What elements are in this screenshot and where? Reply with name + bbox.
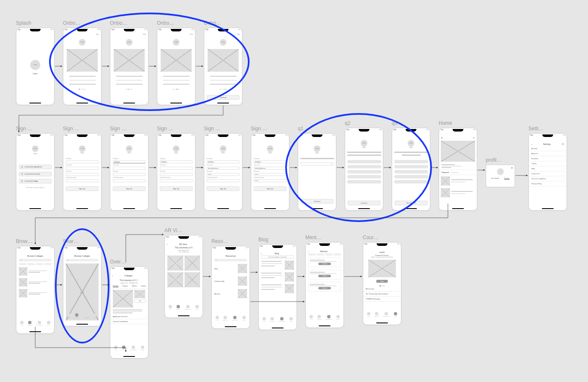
tab-home[interactable]: HOME — [367, 312, 370, 317]
tab-arview[interactable]: AR View — [132, 285, 137, 287]
frame-browse-list[interactable]: Brow… 9:41 Browse Colleges HOME BROWSE R… — [16, 238, 55, 334]
frame-splash[interactable]: Splash 9:41 LOGO Tagline — [16, 20, 55, 105]
option[interactable] — [347, 175, 381, 178]
option[interactable] — [394, 160, 428, 163]
phone[interactable]: 9:41 ≡ ⚲ Featured Favorites — [439, 128, 477, 211]
confirm-input[interactable] — [113, 179, 146, 182]
frame-onboarding-1[interactable]: Onbo… 9:41 Skip LOGO — [63, 20, 101, 105]
login-google-button[interactable]: LOG IN WITH GOOGLE — [19, 172, 52, 176]
tab-learn[interactable]: LEARN — [394, 312, 397, 317]
tab-favorites[interactable]: Favorites — [451, 171, 458, 173]
phone-splash[interactable]: 9:41 LOGO Tagline — [16, 28, 55, 105]
settings-row-privacy[interactable]: Privacy Policy — [529, 181, 567, 186]
option[interactable] — [394, 165, 428, 168]
settings-row-help[interactable]: Help — [529, 166, 567, 171]
connect-button[interactable]: Connect — [318, 263, 331, 265]
back-icon[interactable]: ‹ — [112, 274, 113, 277]
frame-q2[interactable]: q2 9:41 LOGO Tagline Continue — [345, 120, 383, 211]
tab-programs[interactable]: Programs — [122, 285, 128, 287]
option[interactable] — [347, 160, 381, 163]
email-input[interactable]: bob.aik@mail.com — [207, 167, 239, 170]
continue-button[interactable]: Continue — [207, 95, 239, 100]
frame-signup-5[interactable]: Sign … 9:41 LOGO Tagline Full Name Bob A… — [204, 126, 242, 211]
continue-button[interactable]: Continue — [301, 199, 333, 204]
tab-browse[interactable]: BROWSE — [28, 321, 32, 326]
option[interactable] — [347, 165, 381, 168]
frame-mentors[interactable]: Ment… 9:41 ‹Mentors Connect Connect Conn… — [305, 235, 344, 328]
password-input[interactable] — [113, 173, 146, 176]
phone[interactable]: 9:41 LOGO Tagline ⌄ Continue — [298, 133, 336, 211]
settings-row-account[interactable]: Account — [529, 146, 567, 151]
tab-home[interactable]: HOME — [310, 315, 313, 320]
frame-profile-popup[interactable]: profil… ✕ View Profile Settings — [486, 157, 515, 187]
filter-chip[interactable] — [325, 253, 333, 256]
thumb[interactable] — [441, 188, 450, 197]
back-icon[interactable]: ‹ — [531, 143, 532, 145]
name-input[interactable]: Bob Aitken — [254, 160, 286, 163]
frame-courses[interactable]: Cour… 9:41 Learn Featured Courses Explor… — [363, 235, 401, 325]
search-bar[interactable] — [214, 259, 247, 261]
filter-chip[interactable] — [44, 263, 52, 265]
map-placeholder[interactable]: map — [66, 263, 99, 320]
tab-learn[interactable]: LEARN — [141, 346, 144, 351]
frame-onboarding-4[interactable]: Onbo… 9:41 Skip LOGO Continue — [204, 20, 242, 105]
frame-ar[interactable]: AR Vi… 9:41 ‹AR View The University of X… — [164, 227, 203, 318]
option[interactable] — [347, 170, 381, 173]
tab-learn[interactable]: LEARN — [336, 315, 340, 320]
back-icon[interactable]: ‹ — [261, 252, 262, 255]
settings-row-favorites[interactable]: Favorites — [529, 156, 567, 161]
phone[interactable]: 9:41 Browse Colleges map HOME BROWSE RES… — [63, 246, 101, 326]
tab-browse[interactable]: BROWSE — [122, 346, 126, 351]
filter-chip[interactable] — [27, 263, 35, 265]
email-input[interactable] — [66, 167, 99, 170]
tab-home[interactable]: HOME — [216, 316, 219, 321]
signup-button[interactable]: Sign Up! — [113, 186, 146, 191]
frame-search-map[interactable]: Sear… 9:41 Browse Colleges map HOME BROW… — [63, 238, 101, 326]
tab-resources[interactable]: RESOURCES — [36, 321, 43, 326]
tab-browse[interactable]: BROWSE — [270, 317, 275, 322]
tab-learn[interactable]: LEARN — [289, 317, 293, 322]
tab-resources[interactable]: RESOURCES — [383, 312, 390, 317]
tab-home[interactable]: HOME — [20, 321, 23, 326]
ar-thumb[interactable] — [167, 272, 183, 287]
filter-chip[interactable] — [19, 263, 26, 265]
frame-overview[interactable]: Over… 9:41 ‹Colleges The University of X… — [110, 259, 148, 359]
option[interactable] — [347, 180, 381, 183]
frame-onboarding-3[interactable]: Onbo… 9:41 Skip LOGO — [157, 20, 195, 105]
frame-signup-3[interactable]: Sign … 9:41 LOGO Tagline Full Name Bob A… — [110, 126, 148, 211]
hamburger-icon[interactable]: ≡ — [441, 137, 443, 139]
tab-home[interactable]: HOME — [67, 313, 70, 318]
frame-resources[interactable]: Reso… 9:41 Resources Blog Portfolio Help… — [211, 238, 250, 329]
phone[interactable]: 9:41 Skip LOGO — [110, 28, 148, 105]
phone[interactable]: 9:41 ‹ Settings Account About Us Favorit… — [528, 133, 567, 211]
login-facebook-button[interactable]: LOG IN WITH FACEBOOK — [19, 165, 52, 169]
list-item[interactable] — [16, 266, 54, 277]
row-all-courses[interactable]: All Courses — [363, 286, 401, 292]
phone[interactable]: 9:41 Resources Blog Portfolio Help Mento… — [211, 246, 250, 329]
tab-browse[interactable]: BROWSE — [375, 312, 379, 317]
view-profile-link[interactable]: View Profile — [491, 178, 499, 179]
phone[interactable]: 9:41 LOGO Tagline Get Started! — [392, 128, 430, 211]
phone[interactable]: 9:41 LOGO Tagline Full Name Bob Aitken Y… — [204, 133, 242, 211]
dropdown-field[interactable]: ⌄ — [301, 163, 333, 165]
tab-learn[interactable]: LEARN — [195, 305, 199, 310]
tab-browse[interactable]: BROWSE — [223, 316, 228, 321]
settings-row-about[interactable]: About Us — [529, 151, 567, 156]
tab-resources[interactable]: RESOURCES — [278, 317, 285, 322]
tab-resources[interactable]: RESOURCES — [185, 305, 191, 310]
ar-thumb[interactable] — [167, 256, 183, 271]
list-item[interactable] — [16, 288, 54, 299]
avatar-icon[interactable] — [562, 143, 564, 145]
wireframe-canvas[interactable]: Splash 9:41 LOGO Tagline Onbo… 9:41 Skip… — [0, 0, 588, 382]
filter-chip[interactable] — [333, 253, 341, 256]
tab-home[interactable]: HOME — [114, 346, 117, 351]
row-mentor[interactable]: Connect with Mentor — [110, 319, 148, 324]
confirm-input[interactable] — [207, 179, 239, 182]
email-input[interactable] — [160, 167, 193, 170]
blog-item[interactable] — [259, 283, 297, 294]
phone[interactable]: 9:41 LOGO Tagline Full Name Your email P… — [63, 133, 101, 211]
option[interactable] — [394, 175, 428, 178]
phone[interactable]: 9:41 Skip LOGO — [63, 28, 101, 105]
search-icon[interactable]: ⚲ — [473, 137, 475, 139]
tab-resources[interactable]: RESOURCES — [130, 346, 137, 351]
